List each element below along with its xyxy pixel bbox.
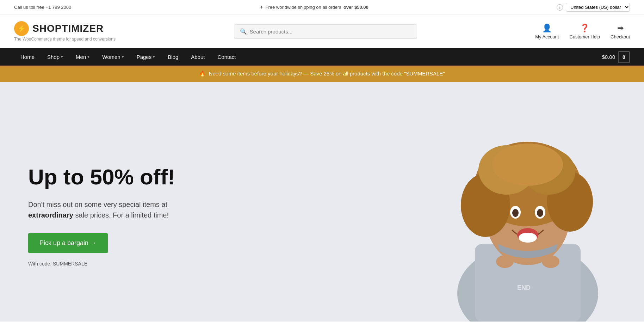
chevron-down-icon: ▾ bbox=[87, 55, 89, 59]
search-bar[interactable]: 🔍 bbox=[234, 24, 417, 39]
nav-item-contact[interactable]: Contact bbox=[211, 48, 242, 66]
shipping-threshold: over $50.00 bbox=[343, 5, 369, 10]
header-actions: 👤 My Account ❓ Customer Help ➡ Checkout bbox=[535, 24, 630, 39]
svg-point-16 bbox=[542, 255, 559, 268]
nav-item-pages[interactable]: Pages ▾ bbox=[130, 48, 162, 66]
checkout-label: Checkout bbox=[611, 34, 630, 39]
nav-links: Home Shop ▾ Men ▾ Women ▾ Pages ▾ Blog A… bbox=[14, 48, 242, 66]
svg-point-8 bbox=[493, 143, 563, 186]
cart-count: 0 bbox=[623, 54, 625, 60]
model-illustration: END bbox=[447, 110, 609, 322]
logo-icon: ⚡ bbox=[14, 21, 29, 36]
phone-text: Call us toll free +1 789 2000 bbox=[14, 5, 71, 10]
plane-icon: ✈ bbox=[260, 5, 264, 10]
promo-text: Need some items before your holidays? — … bbox=[209, 71, 445, 77]
site-header: ⚡ SHOPTIMIZER The WooCommerce theme for … bbox=[0, 15, 644, 48]
info-icon[interactable]: i bbox=[557, 4, 563, 11]
hero-cta-button[interactable]: Pick up a bargain → bbox=[28, 233, 108, 253]
hero-subtitle-end: sale prices. For a limited time! bbox=[75, 211, 169, 219]
logo-tagline: The WooCommerce theme for speed and conv… bbox=[14, 37, 116, 42]
svg-point-15 bbox=[496, 255, 514, 268]
svg-point-11 bbox=[512, 209, 519, 217]
nav-item-blog[interactable]: Blog bbox=[161, 48, 185, 66]
svg-point-12 bbox=[537, 209, 543, 217]
nav-item-men[interactable]: Men ▾ bbox=[69, 48, 96, 66]
chevron-down-icon: ▾ bbox=[122, 55, 124, 59]
shipping-prefix: Free worldwide shipping on all orders bbox=[266, 5, 341, 10]
locale-area: i United States (US) dollar bbox=[557, 3, 630, 12]
hero-content: Up to 50% off! Don't miss out on some ve… bbox=[28, 165, 211, 266]
search-icon: 🔍 bbox=[240, 28, 247, 35]
promo-banner: 🔥 Need some items before your holidays? … bbox=[0, 66, 644, 82]
cart-price: $0.00 bbox=[602, 54, 615, 60]
nav-item-home[interactable]: Home bbox=[14, 48, 41, 66]
hero-section: Up to 50% off! Don't miss out on some ve… bbox=[0, 82, 644, 322]
cart-button[interactable]: 0 bbox=[618, 51, 630, 63]
logo-text: SHOPTIMIZER bbox=[32, 23, 104, 34]
person-icon: 👤 bbox=[542, 24, 552, 33]
nav-item-women[interactable]: Women ▾ bbox=[96, 48, 130, 66]
hero-title: Up to 50% off! bbox=[28, 165, 211, 189]
svg-text:END: END bbox=[517, 284, 531, 291]
hero-subtitle: Don't miss out on some very special item… bbox=[28, 199, 211, 220]
customer-help-label: Customer Help bbox=[569, 34, 600, 39]
shipping-info: ✈ Free worldwide shipping on all orders … bbox=[260, 5, 369, 10]
top-bar: Call us toll free +1 789 2000 ✈ Free wor… bbox=[0, 0, 644, 15]
checkout-icon: ➡ bbox=[617, 24, 624, 33]
flame-icon: 🔥 bbox=[199, 71, 206, 77]
search-input[interactable] bbox=[250, 29, 411, 35]
cart-area[interactable]: $0.00 0 bbox=[602, 51, 630, 63]
hero-subtitle-bold: extraordinary bbox=[28, 211, 73, 219]
help-icon: ❓ bbox=[580, 24, 589, 33]
chevron-down-icon: ▾ bbox=[61, 55, 63, 59]
checkout-button[interactable]: ➡ Checkout bbox=[611, 24, 630, 39]
logo-area[interactable]: ⚡ SHOPTIMIZER The WooCommerce theme for … bbox=[14, 21, 116, 42]
phone-info: Call us toll free +1 789 2000 bbox=[14, 5, 71, 10]
my-account-button[interactable]: 👤 My Account bbox=[535, 24, 559, 39]
svg-point-14 bbox=[519, 233, 537, 243]
customer-help-button[interactable]: ❓ Customer Help bbox=[569, 24, 600, 39]
hero-image: END bbox=[440, 110, 616, 322]
nav-item-shop[interactable]: Shop ▾ bbox=[41, 48, 69, 66]
hero-promo-code: With code: SUMMERSALE bbox=[28, 261, 211, 267]
nav-item-about[interactable]: About bbox=[185, 48, 211, 66]
nav-bar: Home Shop ▾ Men ▾ Women ▾ Pages ▾ Blog A… bbox=[0, 48, 644, 66]
my-account-label: My Account bbox=[535, 34, 559, 39]
chevron-down-icon: ▾ bbox=[153, 55, 155, 59]
hero-subtitle-plain: Don't miss out on some very special item… bbox=[28, 201, 167, 208]
currency-selector[interactable]: United States (US) dollar bbox=[566, 3, 630, 12]
